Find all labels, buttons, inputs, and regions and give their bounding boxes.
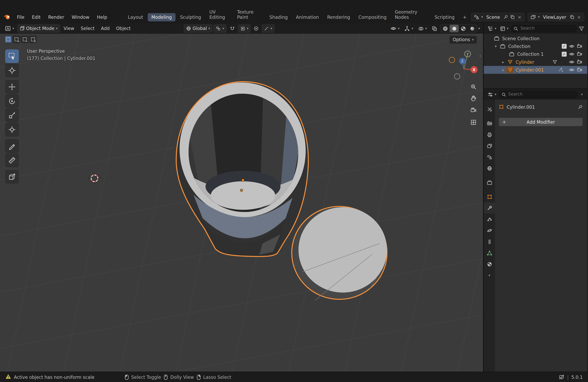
shading-rendered-button[interactable] bbox=[468, 25, 477, 32]
shading-wireframe-button[interactable] bbox=[441, 25, 450, 32]
viewport-canvas[interactable]: + − ∩ Options ▾ bbox=[0, 34, 483, 372]
scene-name[interactable]: Scene bbox=[485, 14, 502, 19]
snap-settings-dropdown[interactable]: ▾ bbox=[238, 24, 251, 33]
filter-icon[interactable] bbox=[551, 59, 559, 64]
navigation-gizmo[interactable]: Y Z X bbox=[446, 49, 482, 82]
overlays-dropdown[interactable]: ▾ bbox=[416, 24, 429, 33]
camera-view-button[interactable] bbox=[469, 106, 478, 115]
disable-render-camera-icon[interactable] bbox=[576, 43, 583, 49]
menu-window[interactable]: Window bbox=[68, 13, 93, 21]
tool-transform[interactable] bbox=[5, 123, 19, 136]
outliner-row-collection[interactable]: ▾ Collection ✓ bbox=[484, 42, 588, 50]
disable-render-camera-icon[interactable] bbox=[576, 67, 583, 73]
shading-dropdown[interactable]: ▾ bbox=[478, 27, 480, 30]
panel-collapse-icon[interactable]: ‹ bbox=[479, 53, 481, 58]
chevron-down-icon[interactable]: ▾ bbox=[538, 15, 540, 19]
gizmos-dropdown[interactable]: ▾ bbox=[403, 24, 415, 33]
tool-cursor[interactable] bbox=[5, 64, 19, 77]
shading-material-button[interactable] bbox=[459, 25, 468, 32]
tab-collection-icon[interactable] bbox=[484, 177, 495, 188]
tab-constraints-icon[interactable] bbox=[484, 236, 495, 247]
menu-file[interactable]: File bbox=[14, 13, 28, 21]
menu-object[interactable]: Object bbox=[113, 25, 133, 32]
proportional-falloff-dropdown[interactable]: ▾ bbox=[262, 24, 274, 33]
gizmo-x-label[interactable]: X bbox=[473, 68, 476, 72]
visibility-dropdown[interactable]: ▾ bbox=[388, 24, 401, 33]
transform-orientation-dropdown[interactable]: Global ▾ bbox=[184, 24, 212, 33]
xray-toggle[interactable] bbox=[430, 24, 440, 33]
close-icon[interactable]: × bbox=[517, 14, 522, 19]
hook-icon[interactable] bbox=[557, 68, 565, 72]
tab-shading[interactable]: Shading bbox=[266, 13, 291, 21]
menu-edit[interactable]: Edit bbox=[29, 13, 44, 21]
menu-render[interactable]: Render bbox=[45, 13, 68, 21]
tab-world-icon[interactable] bbox=[484, 163, 495, 174]
cylinder-lid-object[interactable] bbox=[292, 206, 387, 301]
pin-icon[interactable] bbox=[578, 104, 583, 110]
tool-select-box[interactable] bbox=[5, 50, 19, 63]
mode-dropdown[interactable]: Object Mode ▾ bbox=[17, 24, 60, 33]
tool-add-primitive[interactable] bbox=[5, 170, 19, 184]
menu-add[interactable]: Add bbox=[98, 25, 112, 32]
tab-particles-icon[interactable] bbox=[484, 213, 495, 225]
tab-material-icon[interactable] bbox=[484, 259, 495, 270]
disclosure-closed-icon[interactable]: ▸ bbox=[500, 68, 506, 72]
tab-strip-more-icon[interactable]: ▾ bbox=[484, 270, 495, 281]
collection-checkbox[interactable]: ✓ bbox=[562, 52, 567, 57]
hide-eye-icon[interactable] bbox=[568, 43, 576, 49]
tab-output-icon[interactable] bbox=[484, 129, 495, 140]
tab-animation[interactable]: Animation bbox=[292, 13, 323, 21]
outliner-editor-type-dropdown[interactable]: ▾ bbox=[487, 24, 497, 33]
shading-solid-button[interactable] bbox=[450, 25, 459, 32]
tab-modifiers-icon[interactable] bbox=[484, 202, 495, 213]
tool-move[interactable] bbox=[5, 80, 19, 94]
select-mode-new-button[interactable] bbox=[5, 36, 12, 43]
outliner-search[interactable] bbox=[511, 25, 577, 32]
select-mode-intersect-button[interactable]: ∩ bbox=[29, 36, 37, 43]
properties-search-input[interactable] bbox=[499, 91, 578, 98]
outliner-row-cylinder[interactable]: ▸ Cylinder bbox=[484, 58, 588, 66]
network-offline-icon[interactable] bbox=[559, 374, 565, 380]
breadcrumb-object-name[interactable]: Cylinder.001 bbox=[507, 104, 535, 110]
hide-eye-icon[interactable] bbox=[568, 51, 576, 57]
tab-tool-icon[interactable] bbox=[484, 103, 495, 115]
tab-sculpting[interactable]: Sculpting bbox=[176, 13, 205, 21]
disable-render-camera-icon[interactable] bbox=[576, 59, 583, 65]
select-mode-subtract-button[interactable]: − bbox=[21, 36, 29, 43]
zoom-button[interactable] bbox=[469, 82, 478, 91]
gizmo-z-label[interactable]: Z bbox=[461, 59, 463, 63]
menu-select[interactable]: Select bbox=[78, 25, 97, 32]
snap-pivot-dropdown[interactable]: ▾ bbox=[213, 24, 226, 33]
tab-texture-paint[interactable]: Texture Paint bbox=[233, 8, 265, 21]
disclosure-closed-icon[interactable]: ▸ bbox=[500, 60, 506, 64]
add-modifier-button[interactable]: + Add Modifier bbox=[499, 118, 583, 126]
tool-measure[interactable] bbox=[5, 154, 19, 167]
menu-help[interactable]: Help bbox=[94, 13, 111, 21]
disclosure-open-icon[interactable]: ▾ bbox=[493, 44, 499, 48]
orthographic-grid-button[interactable] bbox=[469, 118, 478, 127]
blender-logo-icon[interactable] bbox=[4, 14, 11, 21]
chevron-down-icon[interactable]: ▾ bbox=[481, 15, 483, 19]
tab-rendering[interactable]: Rendering bbox=[323, 13, 354, 21]
add-workspace-button[interactable]: + bbox=[459, 13, 470, 21]
disable-render-camera-icon[interactable] bbox=[576, 51, 583, 57]
tab-layout[interactable]: Layout bbox=[124, 13, 147, 21]
options-dropdown[interactable]: Options ▾ bbox=[449, 36, 477, 44]
tab-physics-icon[interactable] bbox=[484, 225, 495, 236]
tab-compositing[interactable]: Compositing bbox=[355, 13, 390, 21]
hide-eye-icon[interactable] bbox=[568, 67, 576, 73]
tab-render-icon[interactable] bbox=[484, 118, 495, 129]
proportional-editing-toggle[interactable] bbox=[252, 24, 261, 33]
tool-annotate[interactable] bbox=[5, 139, 19, 153]
select-mode-extend-button[interactable]: + bbox=[13, 36, 21, 43]
duplicate-icon[interactable] bbox=[510, 15, 515, 19]
duplicate-icon[interactable] bbox=[570, 15, 574, 19]
outliner-row-cylinder-001[interactable]: ▸ Cylinder.001 bbox=[484, 66, 588, 74]
editor-type-dropdown[interactable]: ▾ bbox=[3, 24, 16, 33]
pan-hand-button[interactable] bbox=[469, 94, 478, 103]
tab-view-layer-icon[interactable] bbox=[484, 140, 495, 151]
viewlayer-icon[interactable] bbox=[530, 14, 536, 20]
outliner-display-mode-dropdown[interactable]: ▾ bbox=[499, 24, 509, 33]
outliner-row-scene-collection[interactable]: Scene Collection bbox=[484, 35, 588, 42]
collection-checkbox[interactable]: ✓ bbox=[562, 44, 567, 49]
